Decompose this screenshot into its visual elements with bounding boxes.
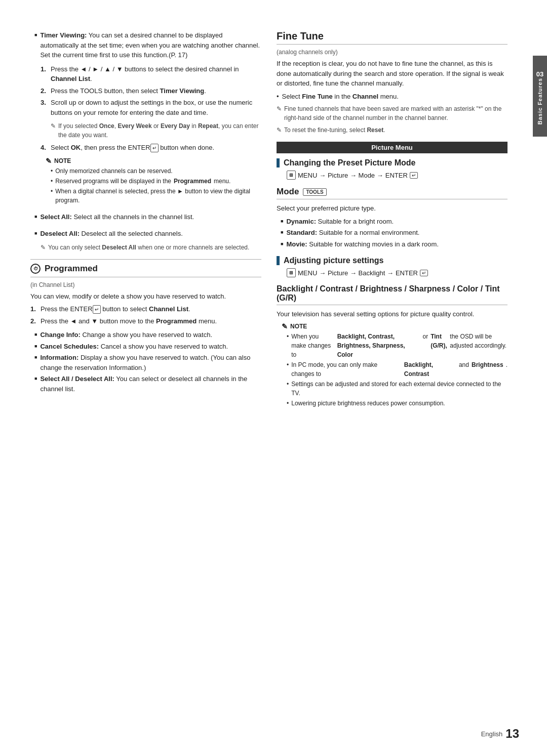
programmed-intro: You can view, modify or delete a show yo…: [30, 291, 261, 302]
repeat-note: ✎ If you selected Once, Every Week or Ev…: [41, 121, 261, 140]
select-all-item: Select All: Select all the channels in t…: [34, 212, 261, 222]
note-block: ✎ NOTE Only memorized channels can be re…: [41, 157, 261, 205]
adjusting-picture-section: Adjusting picture settings ⊞ MENU → Pict…: [277, 256, 507, 277]
programmed-section: ⏱ Programmed (in Channel List) You can v…: [30, 264, 261, 394]
tools-badge: TOOLS: [303, 188, 326, 196]
timer-viewing-steps: 1. Press the ◄ / ► / ▲ / ▼ buttons to se…: [30, 64, 261, 205]
step-4: 4. Select OK, then press the ENTER↵ butt…: [41, 143, 261, 153]
fine-tune-note2: ✎ To reset the fine-tuning, select Reset…: [277, 125, 507, 135]
adjusting-picture-title-block: Adjusting picture settings: [277, 256, 507, 265]
backlight-note-list: When you make changes to Backlight, Cont…: [282, 332, 507, 408]
fine-tune-section: Fine Tune (analog channels only) If the …: [277, 30, 507, 135]
deselect-all-section: Deselect All: Deselect all the selected …: [30, 229, 261, 252]
enter-icon: ↵: [150, 144, 159, 152]
cancel-schedules-item: Cancel Schedules: Cancel a show you have…: [34, 342, 261, 352]
step-1: 1. Press the ◄ / ► / ▲ / ▼ buttons to se…: [41, 64, 261, 84]
steps-list: 1. Press the ◄ / ► / ▲ / ▼ buttons to se…: [41, 64, 261, 118]
note-label-2: NOTE: [290, 323, 307, 330]
fine-tune-bullet1: Select Fine Tune in the Channel menu.: [277, 92, 507, 102]
menu-icon-2: ⊞: [287, 268, 296, 277]
chapter-tab: 03 Basic Features: [533, 56, 547, 137]
change-info-item: Change Info: Change a show you have rese…: [34, 330, 261, 340]
backlight-section: Backlight / Contrast / Brightness / Shar…: [277, 284, 507, 408]
enter-icon-2: ↵: [93, 305, 101, 314]
fine-tune-note1: ✎ Fine tuned channels that have been sav…: [277, 104, 507, 122]
timer-viewing-section: Timer Viewing: You can set a desired cha…: [30, 30, 261, 205]
fine-tune-title: Fine Tune: [277, 30, 507, 42]
programmed-divider: [30, 277, 261, 277]
left-column: Timer Viewing: You can set a desired cha…: [30, 30, 261, 716]
mode-bullets: Dynamic: Suitable for a bright room. Sta…: [277, 217, 507, 249]
adjusting-picture-title: Adjusting picture settings: [280, 256, 383, 265]
backlight-note-1: When you make changes to Backlight, Cont…: [287, 332, 507, 359]
deselect-note: ✎ You can only select Deselect All when …: [30, 243, 261, 252]
page: 03 Basic Features Timer Viewing: You can…: [0, 0, 547, 756]
mode-title: Mode: [277, 187, 299, 197]
clock-icon: ⏱: [30, 264, 41, 274]
note-item-3: When a digital channel is selected, pres…: [51, 187, 261, 205]
step-2: 2. Press the TOOLS button, then select T…: [41, 86, 261, 96]
programmed-bullets: Change Info: Change a show you have rese…: [30, 330, 261, 394]
changing-preset-title: Changing the Preset Picture Mode: [280, 158, 415, 167]
step-3: 3. Scroll up or down to adjust the setti…: [41, 98, 261, 117]
backlight-note-4: Lowering picture brightness reduces powe…: [287, 399, 507, 408]
note-list: Only memorized channels can be reserved.…: [46, 166, 261, 205]
picture-menu-header: Picture Menu: [277, 142, 507, 153]
pencil-icon: ✎: [51, 121, 56, 131]
mode-intro: Select your preferred picture type.: [277, 203, 507, 214]
fine-tune-divider: [277, 44, 507, 45]
mode-divider: [277, 199, 507, 199]
pencil-icon-4: ✎: [277, 125, 282, 135]
backlight-intro: Your television has several setting opti…: [277, 309, 507, 319]
main-content: Timer Viewing: You can set a desired cha…: [0, 0, 533, 756]
programmed-steps: 1. Press the ENTER↵ button to select Cha…: [30, 304, 261, 326]
backlight-title: Backlight / Contrast / Brightness / Shar…: [277, 284, 507, 303]
prog-step-1: 1. Press the ENTER↵ button to select Cha…: [30, 304, 261, 314]
enter-icon-4: ↵: [420, 270, 428, 276]
pencil-icon-3: ✎: [277, 104, 282, 113]
note-icon: ✎: [46, 157, 52, 165]
footer-language: English: [481, 730, 503, 738]
right-column: Fine Tune (analog channels only) If the …: [277, 30, 507, 716]
section-divider: [30, 259, 261, 260]
mode-section: Mode TOOLS Select your preferred picture…: [277, 187, 507, 249]
select-deselect-all-item: Select All / Deselect All: You can selec…: [34, 374, 261, 394]
step-4-list: 4. Select OK, then press the ENTER↵ butt…: [41, 143, 261, 153]
programmed-sub-label: (in Channel List): [30, 281, 261, 288]
timer-viewing-item: Timer Viewing: You can set a desired cha…: [34, 30, 261, 60]
note-icon-2: ✎: [282, 322, 288, 330]
changing-preset-section: Changing the Preset Picture Mode ⊞ MENU …: [277, 158, 507, 180]
fine-tune-sub-label: (analog channels only): [277, 49, 507, 56]
footer: English 13: [481, 727, 519, 741]
deselect-all-list: Deselect All: Deselect all the selected …: [30, 229, 261, 239]
menu-icon: ⊞: [287, 171, 296, 180]
footer-page-number: 13: [505, 727, 519, 741]
timer-viewing-text: Timer Viewing: You can set a desired cha…: [40, 30, 261, 60]
select-all-list: Select All: Select all the channels in t…: [30, 212, 261, 222]
programmed-title: ⏱ Programmed: [30, 264, 261, 274]
pencil-icon-2: ✎: [41, 243, 46, 252]
changing-preset-title-block: Changing the Preset Picture Mode: [277, 158, 507, 167]
deselect-all-item: Deselect All: Deselect all the selected …: [34, 229, 261, 239]
changing-preset-menu-path: ⊞ MENU → Picture → Mode → ENTER ↵: [287, 171, 507, 180]
backlight-note-3: Settings can be adjusted and stored for …: [287, 380, 507, 398]
movie-item: Movie: Suitable for watching movies in a…: [281, 239, 507, 249]
backlight-note-2: In PC mode, you can only make changes to…: [287, 360, 507, 379]
select-all-section: Select All: Select all the channels in t…: [30, 212, 261, 222]
mode-title-row: Mode TOOLS: [277, 187, 507, 197]
dynamic-item: Dynamic: Suitable for a bright room.: [281, 217, 507, 227]
chapter-number: 03: [536, 70, 543, 78]
timer-viewing-list: Timer Viewing: You can set a desired cha…: [30, 30, 261, 60]
information-item: Information: Display a show you have res…: [34, 353, 261, 372]
backlight-note-block: ✎ NOTE When you make changes to Backligh…: [277, 322, 507, 408]
adjusting-picture-menu-path: ⊞ MENU → Picture → Backlight → ENTER ↵: [287, 268, 507, 277]
standard-item: Standard: Suitable for a normal environm…: [281, 228, 507, 238]
backlight-divider: [277, 305, 507, 305]
enter-icon-3: ↵: [410, 172, 418, 179]
note-item-2: Reserved programs will be displayed in t…: [51, 177, 261, 186]
prog-step-2: 2. Press the ◄ and ▼ button move to the …: [30, 316, 261, 326]
fine-tune-intro: If the reception is clear, you do not ha…: [277, 59, 507, 89]
note-item-1: Only memorized channels can be reserved.: [51, 166, 261, 176]
note-label: NOTE: [54, 157, 71, 164]
chapter-title: Basic Features: [537, 78, 543, 124]
